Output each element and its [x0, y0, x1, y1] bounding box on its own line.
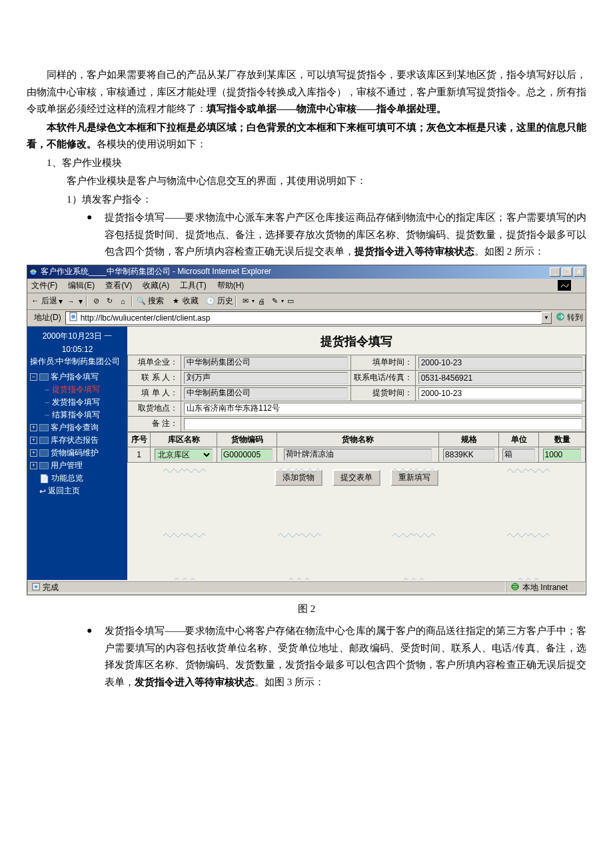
discuss-button[interactable]: ▭ — [285, 295, 297, 307]
remark-input[interactable] — [184, 418, 582, 430]
stop-button[interactable]: ⊘ — [90, 295, 102, 307]
sidebar-item-overview[interactable]: 📄 功能总览 — [30, 472, 125, 485]
menu-view[interactable]: 查看(V) — [105, 280, 132, 291]
reset-button[interactable]: 重新填写 — [390, 469, 438, 486]
submit-button[interactable]: 提交表单 — [332, 469, 380, 486]
sidebar-item-pickup-order[interactable]: ┈提货指令填写 — [30, 383, 125, 396]
col-name: 货物名称 — [277, 432, 439, 447]
cell-seq: 1 — [128, 447, 151, 462]
qty-input[interactable] — [543, 449, 582, 461]
grid-row: 1 北京库区 — [128, 447, 586, 462]
filltime-input — [418, 357, 582, 369]
go-button[interactable]: 转到 — [556, 312, 583, 323]
address-input[interactable]: http://lbc/wuliucenter/client/client.asp — [65, 311, 542, 325]
sidebar-item-settlement-order[interactable]: ┈结算指令填写 — [30, 409, 125, 421]
add-goods-button[interactable]: 添加货物 — [275, 469, 322, 486]
maximize-button[interactable]: ❐ — [562, 267, 572, 277]
picktime-label: 提货时间： — [351, 385, 415, 401]
unit-input — [502, 449, 534, 461]
ie-throbber-icon — [558, 280, 571, 291]
status-bar: 完成 本地 Intranet — [27, 580, 586, 595]
bullet-2: 发货指令填写——要求物流中心将客户存储在物流中心仓库的属于客户的商品送往指定的第… — [87, 623, 586, 691]
section-1-heading: 1、客户作业模块 — [47, 155, 586, 172]
menubar: 文件(F) 编辑(E) 查看(V) 收藏(A) 工具(T) 帮助(H) — [27, 279, 586, 293]
sidebar-item-order-query[interactable]: +客户指令查询 — [30, 421, 125, 434]
goods-grid: 序号 库区名称 货物编码 货物名称 规格 单位 数量 1 北京库区 — [127, 432, 586, 463]
operator-name: 中华制药集团公司 — [56, 357, 120, 366]
svg-point-6 — [35, 585, 38, 588]
filler-label: 填 单 人： — [128, 385, 181, 401]
sidebar-item-goods-code[interactable]: +货物编码维护 — [30, 447, 125, 459]
col-spec: 规格 — [439, 432, 499, 447]
pickaddr-input[interactable] — [184, 403, 582, 415]
address-label: 地址(D) — [30, 312, 65, 323]
bullet-1-tail: 。如图 2 所示： — [474, 246, 544, 257]
back-button[interactable]: ← 后退 — [31, 295, 57, 307]
address-bar: 地址(D) http://lbc/wuliucenter/client/clie… — [27, 310, 586, 327]
time-text: 10:05:12 — [30, 345, 125, 354]
sidebar-item-orders[interactable]: −客户指令填写 — [30, 371, 125, 383]
code-input[interactable] — [221, 449, 273, 461]
paragraph-1: 同样的，客户如果需要将自己的产品从某厂存放到某库区，可以填写提货指令，要求该库区… — [27, 67, 586, 118]
window-titlebar: 客户作业系统____中华制药集团公司 - Microsoft Internet … — [27, 265, 586, 279]
col-qty: 数量 — [539, 432, 586, 447]
toolbar: ← 后退 ▾ → ▾ ⊘ ↻ ⌂ 🔍搜索 ★收藏 🕒历史 ✉▾ 🖨 ✎▾ ▭ — [27, 293, 586, 310]
search-label: 搜索 — [148, 295, 164, 307]
window-title: 客户作业系统____中华制药集团公司 - Microsoft Internet … — [41, 266, 550, 277]
bullet-1: 提货指令填写——要求物流中心派车来客户产区仓库接运商品存储到物流中心的指定库区；… — [87, 209, 586, 261]
menu-help[interactable]: 帮助(H) — [217, 280, 245, 291]
filltime-label: 填单时间： — [351, 355, 415, 370]
sidebar: 2000年10月23日 一 10:05:12 操作员:中华制药集团公司 −客户指… — [27, 327, 127, 580]
paragraph-2: 本软件凡是绿色文本框和下拉框是必填区域；白色背景的文本框和下来框可填可不填；灰色… — [27, 119, 586, 153]
favorites-icon[interactable]: ★ — [170, 295, 182, 307]
warehouse-select[interactable]: 北京库区 — [155, 449, 212, 461]
history-label: 历史 — [217, 295, 233, 307]
menu-tools[interactable]: 工具(T) — [180, 280, 206, 291]
company-label: 填单企业： — [128, 355, 181, 370]
go-icon — [556, 312, 565, 323]
close-button[interactable]: ✕ — [574, 267, 584, 277]
print-button[interactable]: 🖨 — [255, 295, 267, 307]
phone-input — [418, 372, 582, 384]
menu-edit[interactable]: 编辑(E) — [68, 280, 95, 291]
menu-favorites[interactable]: 收藏(A) — [143, 280, 169, 291]
col-seq: 序号 — [128, 432, 151, 447]
pickaddr-label: 取货地点： — [128, 401, 181, 416]
page-content: 2000年10月23日 一 10:05:12 操作员:中华制药集团公司 −客户指… — [27, 327, 586, 580]
sidebar-item-user-mgmt[interactable]: +用户管理 — [30, 459, 125, 472]
bullet-2-tail: 。如图 3 所示： — [255, 677, 324, 687]
svg-point-0 — [30, 269, 37, 275]
contact-label: 联 系 人： — [128, 370, 181, 385]
remark-label: 备 注： — [128, 416, 181, 431]
minimize-button[interactable]: _ — [550, 267, 560, 277]
sidebar-item-inventory[interactable]: +库存状态报告 — [30, 434, 125, 447]
operator-info: 操作员:中华制药集团公司 — [30, 357, 125, 367]
refresh-button[interactable]: ↻ — [103, 295, 115, 307]
url-text: http://lbc/wuliucenter/client/client.asp — [81, 313, 211, 323]
sidebar-item-home[interactable]: ↩ 返回主页 — [30, 485, 125, 497]
bullet-list-1: 提货指令填写——要求物流中心派车来客户产区仓库接运商品存储到物流中心的指定库区；… — [87, 209, 586, 261]
goods-name-input — [284, 449, 432, 461]
home-button[interactable]: ⌂ — [117, 295, 129, 307]
section-1-sub1: 1）填发客户指令： — [67, 191, 586, 209]
svg-point-7 — [512, 583, 518, 590]
phone-label: 联系电话/传真： — [351, 370, 415, 385]
back-icon: ↩ — [39, 487, 46, 496]
sidebar-item-delivery-order[interactable]: ┈发货指令填写 — [30, 396, 125, 409]
forward-button[interactable]: → — [65, 295, 77, 307]
address-dropdown[interactable]: ▼ — [541, 312, 552, 324]
edit-button[interactable]: ✎ — [269, 295, 281, 307]
mail-button[interactable]: ✉ — [239, 295, 251, 307]
ie-window: 客户作业系统____中华制药集团公司 - Microsoft Internet … — [27, 265, 586, 595]
history-icon[interactable]: 🕒 — [205, 295, 217, 307]
status-zone-text: 本地 Intranet — [522, 582, 568, 593]
picktime-input[interactable] — [418, 387, 582, 399]
search-icon[interactable]: 🔍 — [135, 295, 147, 307]
window-buttons: _ ❐ ✕ — [550, 267, 584, 277]
menu-file[interactable]: 文件(F) — [31, 280, 57, 291]
p1-bold: 填写指令或单据——物流中心审核——指令单据处理。 — [207, 103, 446, 114]
page-status-icon — [32, 583, 40, 593]
spec-input — [443, 449, 494, 461]
section-1-desc: 客户作业模块是客户与物流中心信息交互的界面，其使用说明如下： — [67, 173, 586, 190]
favorites-label: 收藏 — [183, 295, 199, 307]
